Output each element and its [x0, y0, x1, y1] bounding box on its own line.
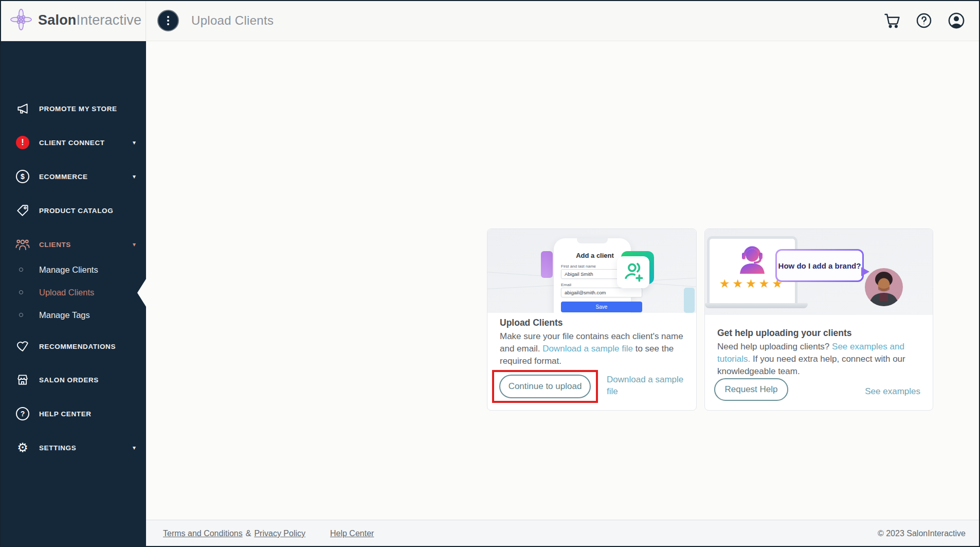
- main-content: Add a client First and last name Abigail…: [146, 41, 980, 520]
- kebab-menu-button[interactable]: [157, 10, 179, 31]
- heart-icon: [15, 340, 30, 353]
- sidebar-subitem-upload-clients[interactable]: Upload Clients: [0, 283, 146, 302]
- help-center-link[interactable]: Help Center: [330, 529, 374, 538]
- five-star-rating: ★★★★★: [719, 277, 785, 291]
- card-title: Upload Clients: [500, 317, 563, 328]
- page-title: Upload Clients: [191, 13, 274, 28]
- request-help-button[interactable]: Request Help: [714, 378, 788, 401]
- chevron-down-icon: ▾: [133, 444, 136, 451]
- sidebar-item-label: CLIENTS: [39, 241, 71, 249]
- sidebar-item-client-connect[interactable]: ! CLIENT CONNECT ▾: [0, 132, 146, 153]
- sidebar-item-help-center[interactable]: ? HELP CENTER: [0, 403, 146, 424]
- sidebar-item-product-catalog[interactable]: PRODUCT CATALOG: [0, 200, 146, 221]
- copyright-text: © 2023 SalonInteractive: [878, 529, 966, 538]
- sidebar-item-ecommerce[interactable]: $ ECOMMERCE ▾: [0, 166, 146, 187]
- chevron-down-icon: ▾: [133, 173, 136, 180]
- privacy-link[interactable]: Privacy Policy: [254, 529, 305, 538]
- sidebar-item-label: SALON ORDERS: [39, 376, 99, 384]
- email-field: abigail@smith.com: [561, 288, 642, 297]
- card-description: Make sure your file contains each client…: [500, 330, 688, 367]
- question-bubble: How do I add a brand?: [775, 249, 864, 282]
- store-icon: [15, 373, 30, 386]
- sidebar-item-label: HELP CENTER: [39, 410, 92, 418]
- help-circle-icon: ?: [15, 407, 30, 420]
- flower-logo-icon: [9, 8, 33, 33]
- see-examples-link[interactable]: See examples: [865, 386, 920, 397]
- chevron-down-icon: ▾: [133, 241, 136, 248]
- sidebar-item-clients[interactable]: CLIENTS ▾: [0, 234, 146, 255]
- get-help-card: ★★★★★ How do I add a brand? Get help upl…: [704, 228, 933, 411]
- logo[interactable]: SalonInteractive: [0, 0, 146, 41]
- card-title: Get help uploading your clients: [717, 328, 852, 339]
- sidebar-subitem-label: Manage Clients: [39, 265, 98, 275]
- add-user-icon: [623, 261, 644, 283]
- laptop-base: [705, 303, 808, 308]
- chevron-down-icon: ▾: [133, 139, 136, 146]
- sidebar-item-label: RECOMMENDATIONS: [39, 343, 116, 350]
- save-button-mock: Save: [561, 302, 642, 312]
- download-sample-inline-link[interactable]: Download a sample file: [542, 344, 633, 354]
- phone-notch: [577, 238, 608, 243]
- blue-shape: [684, 288, 695, 313]
- bullet-ring-icon: [19, 290, 23, 294]
- tag-icon: [15, 204, 30, 217]
- brand-name: SalonInteractive: [38, 12, 141, 28]
- header: Upload Clients: [146, 0, 980, 41]
- purple-shape: [541, 251, 553, 278]
- sidebar-item-settings[interactable]: ⚙ SETTINGS ▾: [0, 437, 146, 458]
- support-agent-icon: [734, 243, 770, 276]
- sidebar-subitem-manage-tags[interactable]: Manage Tags: [0, 306, 146, 324]
- gear-icon: ⚙: [15, 442, 30, 454]
- upload-clients-card: Add a client First and last name Abigail…: [487, 228, 697, 411]
- help-icon[interactable]: [915, 12, 933, 29]
- active-item-pointer: [137, 279, 146, 307]
- continue-to-upload-button[interactable]: Continue to upload: [499, 375, 591, 398]
- footer: Terms and Conditions & Privacy Policy He…: [146, 520, 980, 547]
- name-field-label: First and last name: [561, 264, 596, 269]
- terms-link[interactable]: Terms and Conditions: [163, 529, 243, 538]
- sidebar: PROMOTE MY STORE ! CLIENT CONNECT ▾ $ EC…: [0, 41, 146, 547]
- sidebar-item-salon-orders[interactable]: SALON ORDERS: [0, 369, 146, 390]
- sidebar-subitem-manage-clients[interactable]: Manage Clients: [0, 260, 146, 279]
- sidebar-item-label: CLIENT CONNECT: [39, 139, 105, 147]
- bullet-ring-icon: [19, 268, 23, 272]
- bullet-ring-icon: [19, 313, 23, 317]
- bubble-tail: [861, 267, 869, 276]
- download-sample-file-link[interactable]: Download a sample file: [607, 374, 689, 398]
- sidebar-item-promote-my-store[interactable]: PROMOTE MY STORE: [0, 98, 146, 119]
- client-avatar: [865, 268, 903, 306]
- help-illustration: ★★★★★ How do I add a brand?: [705, 229, 933, 315]
- add-client-icon-card: [617, 256, 649, 288]
- sidebar-item-label: PROMOTE MY STORE: [39, 105, 117, 113]
- alert-icon: !: [15, 136, 30, 149]
- sidebar-subitem-label: Upload Clients: [39, 288, 94, 297]
- cart-icon[interactable]: [883, 12, 901, 29]
- upload-illustration: Add a client First and last name Abigail…: [487, 229, 696, 313]
- sidebar-item-label: PRODUCT CATALOG: [39, 207, 113, 215]
- sidebar-item-recommendations[interactable]: RECOMMENDATIONS: [0, 336, 146, 357]
- sidebar-subitem-label: Manage Tags: [39, 310, 90, 320]
- email-field-label: Email: [561, 283, 571, 287]
- sidebar-item-label: SETTINGS: [39, 444, 76, 452]
- dollar-icon: $: [15, 170, 30, 183]
- question-bubble-text: How do I add a brand?: [778, 261, 861, 270]
- sidebar-item-label: ECOMMERCE: [39, 173, 88, 181]
- account-icon[interactable]: [947, 11, 966, 30]
- top-bar: SalonInteractive Upload Clients: [0, 0, 980, 41]
- megaphone-icon: [15, 102, 30, 115]
- card-description: Need help uploading clients? See example…: [717, 341, 924, 378]
- clients-icon: [15, 238, 30, 251]
